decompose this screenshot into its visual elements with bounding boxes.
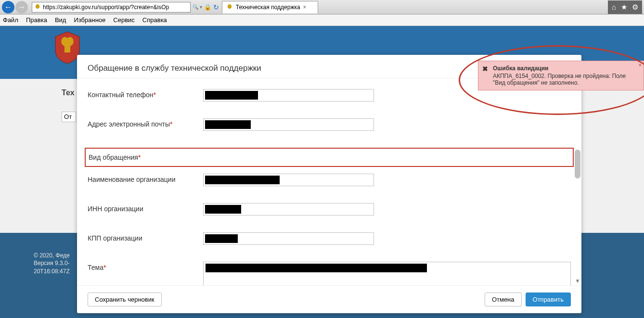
menu-tools[interactable]: Сервис	[113, 16, 135, 24]
tab-favicon	[226, 4, 233, 11]
menu-edit[interactable]: Правка	[26, 16, 47, 24]
browser-tab[interactable]: Техническая поддержка ×	[222, 1, 318, 13]
nav-back-button[interactable]: ←	[2, 1, 14, 13]
site-favicon	[34, 4, 41, 11]
menu-file[interactable]: Файл	[3, 16, 18, 24]
address-meta: 🔍 ▾ 🔒 ↻	[193, 3, 219, 11]
search-dropdown-icon[interactable]: 🔍 ▾	[193, 4, 202, 10]
tab-close-icon[interactable]: ×	[303, 4, 307, 11]
menu-favorites[interactable]: Избранное	[74, 16, 105, 24]
menu-help[interactable]: Справка	[142, 16, 167, 24]
lock-icon: 🔒	[204, 4, 211, 11]
nav-forward-button[interactable]: →	[15, 1, 28, 13]
tab-title: Техническая поддержка	[236, 4, 300, 11]
reload-icon[interactable]: ↻	[213, 3, 219, 11]
chrome-right-icons: ⌂ ★ ⚙	[608, 0, 642, 14]
favorites-icon[interactable]: ★	[621, 3, 627, 12]
address-bar[interactable]: https://zakupki.gov.ru/support/app/?crea…	[32, 2, 191, 13]
browser-chrome: ← → https://zakupki.gov.ru/support/app/?…	[0, 0, 644, 14]
menu-view[interactable]: Вид	[55, 16, 66, 24]
url-text: https://zakupki.gov.ru/support/app/?crea…	[43, 4, 169, 11]
settings-gear-icon[interactable]: ⚙	[632, 3, 638, 12]
home-icon[interactable]: ⌂	[612, 3, 616, 11]
ie-menu-bar: Файл Правка Вид Избранное Сервис Справка	[0, 14, 644, 26]
